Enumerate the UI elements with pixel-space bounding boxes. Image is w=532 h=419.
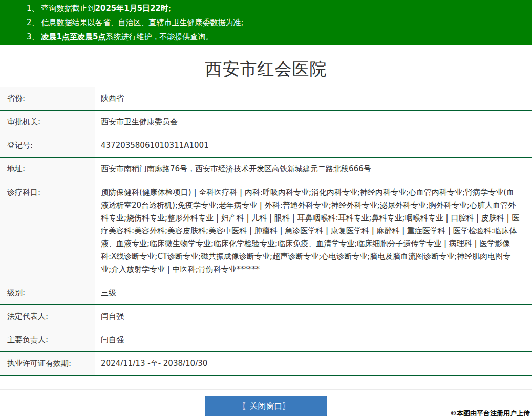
row-label: 省份:	[0, 87, 95, 110]
row-label: 法定代表人:	[0, 305, 95, 328]
row-value: 西安市卫生健康委员会	[95, 111, 532, 134]
notice-text: 凌晨1点至凌晨5点	[41, 32, 106, 41]
table-row: 登记号:43720358061010311A1001	[0, 134, 532, 158]
row-label: 级别:	[0, 281, 95, 304]
notice-text: 2025年1月5日22时	[95, 4, 169, 13]
row-label: 审批机关:	[0, 111, 95, 134]
info-table: 省份:陕西省审批机关:西安市卫生健康委员会登记号:437203580610103…	[0, 87, 532, 376]
notice-line: 2、信息数据结果以各省、自治区、直辖市卫生健康委数据为准;	[27, 15, 522, 30]
table-row: 执业许可证有效期:2024/11/13 -至- 2038/10/30	[0, 352, 532, 376]
row-value: 闫自强	[95, 305, 532, 328]
notice-text: 查询数据截止到	[41, 4, 95, 13]
notice-line: 3、凌晨1点至凌晨5点系统进行维护，不能提供查询。	[27, 30, 522, 44]
table-row: 法定代表人:闫自强	[0, 305, 532, 328]
table-row: 主要负责人:闫自强	[0, 328, 532, 352]
row-value: 预防保健科(健康体检项目) | 全科医疗科 | 内科:呼吸内科专业;消化内科专业…	[95, 181, 532, 281]
page-title: 西安市红会医院	[0, 58, 532, 81]
row-label: 诊疗科目:	[0, 181, 95, 281]
row-label: 执业许可证有效期:	[0, 352, 95, 375]
notice-number: 2、	[27, 18, 39, 27]
row-value: 陕西省	[95, 87, 532, 110]
row-value: 2024/11/13 -至- 2038/10/30	[95, 352, 532, 375]
notice-text: 信息数据结果以各省、自治区、直辖市卫生健康委数据为准;	[41, 18, 244, 27]
table-row: 级别:三级	[0, 281, 532, 305]
table-row: 省份:陕西省	[0, 87, 532, 111]
row-value: 三级	[95, 281, 532, 304]
close-window-button[interactable]: 〖关闭窗口〗	[205, 396, 327, 416]
notice-line: 1、查询数据截止到2025年1月5日22时;	[27, 1, 522, 15]
hospital-license-query-page: { "notices": { "items": [ {"num": "1、", …	[0, 0, 532, 419]
notice-number: 1、	[27, 4, 39, 13]
table-row: 审批机关:西安市卫生健康委员会	[0, 111, 532, 134]
row-label: 登记号:	[0, 134, 95, 157]
row-label: 地址:	[0, 158, 95, 181]
notice-text: ;	[168, 4, 171, 13]
table-row: 地址:西安市南稍门南廓路76号，西安市经济技术开发区高铁新城建元二路北段666号	[0, 158, 532, 181]
notice-text: 系统进行维护，不能提供查询。	[105, 32, 213, 41]
row-label: 主要负责人:	[0, 328, 95, 351]
footer-divider	[0, 389, 532, 390]
row-value: 西安市南稍门南廓路76号，西安市经济技术开发区高铁新城建元二路北段666号	[95, 158, 532, 181]
notice-bar: 1、查询数据截止到2025年1月5日22时;2、信息数据结果以各省、自治区、直辖…	[0, 0, 532, 45]
row-value: 闫自强	[95, 328, 532, 351]
uploader-watermark: ©本图由平台注册用户上传	[450, 409, 530, 418]
row-value: 43720358061010311A1001	[95, 134, 532, 157]
notice-number: 3、	[27, 32, 39, 41]
table-row: 诊疗科目:预防保健科(健康体检项目) | 全科医疗科 | 内科:呼吸内科专业;消…	[0, 181, 532, 281]
